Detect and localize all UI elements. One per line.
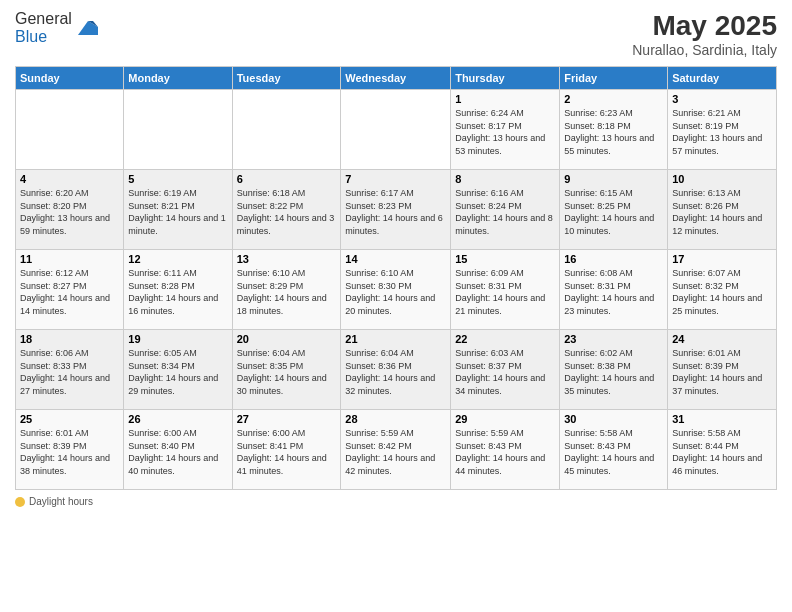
day-number: 29 bbox=[455, 413, 555, 425]
table-row: 6Sunrise: 6:18 AM Sunset: 8:22 PM Daylig… bbox=[232, 170, 341, 250]
day-info: Sunrise: 6:12 AM Sunset: 8:27 PM Dayligh… bbox=[20, 267, 119, 317]
table-row: 27Sunrise: 6:00 AM Sunset: 8:41 PM Dayli… bbox=[232, 410, 341, 490]
day-info: Sunrise: 6:07 AM Sunset: 8:32 PM Dayligh… bbox=[672, 267, 772, 317]
calendar-week-row: 1Sunrise: 6:24 AM Sunset: 8:17 PM Daylig… bbox=[16, 90, 777, 170]
table-row: 2Sunrise: 6:23 AM Sunset: 8:18 PM Daylig… bbox=[560, 90, 668, 170]
day-number: 6 bbox=[237, 173, 337, 185]
day-info: Sunrise: 6:09 AM Sunset: 8:31 PM Dayligh… bbox=[455, 267, 555, 317]
day-info: Sunrise: 5:58 AM Sunset: 8:44 PM Dayligh… bbox=[672, 427, 772, 477]
calendar-week-row: 11Sunrise: 6:12 AM Sunset: 8:27 PM Dayli… bbox=[16, 250, 777, 330]
day-number: 27 bbox=[237, 413, 337, 425]
calendar-week-row: 18Sunrise: 6:06 AM Sunset: 8:33 PM Dayli… bbox=[16, 330, 777, 410]
day-number: 25 bbox=[20, 413, 119, 425]
table-row bbox=[124, 90, 232, 170]
day-number: 23 bbox=[564, 333, 663, 345]
table-row: 8Sunrise: 6:16 AM Sunset: 8:24 PM Daylig… bbox=[451, 170, 560, 250]
day-info: Sunrise: 6:21 AM Sunset: 8:19 PM Dayligh… bbox=[672, 107, 772, 157]
day-info: Sunrise: 5:58 AM Sunset: 8:43 PM Dayligh… bbox=[564, 427, 663, 477]
table-row: 23Sunrise: 6:02 AM Sunset: 8:38 PM Dayli… bbox=[560, 330, 668, 410]
table-row: 13Sunrise: 6:10 AM Sunset: 8:29 PM Dayli… bbox=[232, 250, 341, 330]
day-number: 31 bbox=[672, 413, 772, 425]
daylight-hours-label: Daylight hours bbox=[29, 496, 93, 507]
day-info: Sunrise: 6:15 AM Sunset: 8:25 PM Dayligh… bbox=[564, 187, 663, 237]
day-number: 5 bbox=[128, 173, 227, 185]
table-row: 20Sunrise: 6:04 AM Sunset: 8:35 PM Dayli… bbox=[232, 330, 341, 410]
day-number: 15 bbox=[455, 253, 555, 265]
col-wednesday: Wednesday bbox=[341, 67, 451, 90]
calendar-week-row: 4Sunrise: 6:20 AM Sunset: 8:20 PM Daylig… bbox=[16, 170, 777, 250]
day-number: 19 bbox=[128, 333, 227, 345]
day-number: 20 bbox=[237, 333, 337, 345]
day-info: Sunrise: 6:11 AM Sunset: 8:28 PM Dayligh… bbox=[128, 267, 227, 317]
table-row: 26Sunrise: 6:00 AM Sunset: 8:40 PM Dayli… bbox=[124, 410, 232, 490]
table-row: 24Sunrise: 6:01 AM Sunset: 8:39 PM Dayli… bbox=[668, 330, 777, 410]
day-info: Sunrise: 6:18 AM Sunset: 8:22 PM Dayligh… bbox=[237, 187, 337, 237]
day-number: 8 bbox=[455, 173, 555, 185]
day-info: Sunrise: 6:01 AM Sunset: 8:39 PM Dayligh… bbox=[20, 427, 119, 477]
day-info: Sunrise: 6:13 AM Sunset: 8:26 PM Dayligh… bbox=[672, 187, 772, 237]
day-info: Sunrise: 5:59 AM Sunset: 8:43 PM Dayligh… bbox=[455, 427, 555, 477]
calendar-week-row: 25Sunrise: 6:01 AM Sunset: 8:39 PM Dayli… bbox=[16, 410, 777, 490]
table-row: 15Sunrise: 6:09 AM Sunset: 8:31 PM Dayli… bbox=[451, 250, 560, 330]
table-row bbox=[232, 90, 341, 170]
table-row: 16Sunrise: 6:08 AM Sunset: 8:31 PM Dayli… bbox=[560, 250, 668, 330]
day-number: 22 bbox=[455, 333, 555, 345]
day-info: Sunrise: 6:17 AM Sunset: 8:23 PM Dayligh… bbox=[345, 187, 446, 237]
title-month: May 2025 bbox=[632, 10, 777, 42]
day-info: Sunrise: 6:05 AM Sunset: 8:34 PM Dayligh… bbox=[128, 347, 227, 397]
day-number: 9 bbox=[564, 173, 663, 185]
day-info: Sunrise: 6:00 AM Sunset: 8:40 PM Dayligh… bbox=[128, 427, 227, 477]
day-number: 17 bbox=[672, 253, 772, 265]
day-info: Sunrise: 5:59 AM Sunset: 8:42 PM Dayligh… bbox=[345, 427, 446, 477]
table-row bbox=[341, 90, 451, 170]
title-block: May 2025 Nurallao, Sardinia, Italy bbox=[632, 10, 777, 58]
col-friday: Friday bbox=[560, 67, 668, 90]
col-thursday: Thursday bbox=[451, 67, 560, 90]
day-number: 26 bbox=[128, 413, 227, 425]
table-row: 18Sunrise: 6:06 AM Sunset: 8:33 PM Dayli… bbox=[16, 330, 124, 410]
day-number: 24 bbox=[672, 333, 772, 345]
table-row: 31Sunrise: 5:58 AM Sunset: 8:44 PM Dayli… bbox=[668, 410, 777, 490]
day-info: Sunrise: 6:10 AM Sunset: 8:29 PM Dayligh… bbox=[237, 267, 337, 317]
day-info: Sunrise: 6:04 AM Sunset: 8:36 PM Dayligh… bbox=[345, 347, 446, 397]
day-info: Sunrise: 6:02 AM Sunset: 8:38 PM Dayligh… bbox=[564, 347, 663, 397]
table-row: 12Sunrise: 6:11 AM Sunset: 8:28 PM Dayli… bbox=[124, 250, 232, 330]
table-row: 25Sunrise: 6:01 AM Sunset: 8:39 PM Dayli… bbox=[16, 410, 124, 490]
table-row: 1Sunrise: 6:24 AM Sunset: 8:17 PM Daylig… bbox=[451, 90, 560, 170]
table-row: 4Sunrise: 6:20 AM Sunset: 8:20 PM Daylig… bbox=[16, 170, 124, 250]
svg-marker-0 bbox=[78, 21, 98, 35]
calendar-table: Sunday Monday Tuesday Wednesday Thursday… bbox=[15, 66, 777, 490]
day-info: Sunrise: 6:03 AM Sunset: 8:37 PM Dayligh… bbox=[455, 347, 555, 397]
table-row: 22Sunrise: 6:03 AM Sunset: 8:37 PM Dayli… bbox=[451, 330, 560, 410]
day-number: 4 bbox=[20, 173, 119, 185]
footer-daylight-item: Daylight hours bbox=[15, 496, 93, 507]
col-monday: Monday bbox=[124, 67, 232, 90]
day-info: Sunrise: 6:24 AM Sunset: 8:17 PM Dayligh… bbox=[455, 107, 555, 157]
logo-icon bbox=[74, 17, 98, 39]
day-number: 30 bbox=[564, 413, 663, 425]
table-row: 29Sunrise: 5:59 AM Sunset: 8:43 PM Dayli… bbox=[451, 410, 560, 490]
logo: General Blue bbox=[15, 10, 98, 46]
logo-general-text: General bbox=[15, 10, 72, 27]
title-location: Nurallao, Sardinia, Italy bbox=[632, 42, 777, 58]
day-number: 12 bbox=[128, 253, 227, 265]
page: General Blue May 2025 Nurallao, Sardinia… bbox=[0, 0, 792, 612]
calendar-header-row: Sunday Monday Tuesday Wednesday Thursday… bbox=[16, 67, 777, 90]
col-sunday: Sunday bbox=[16, 67, 124, 90]
day-number: 28 bbox=[345, 413, 446, 425]
footer: Daylight hours bbox=[15, 496, 777, 507]
day-info: Sunrise: 6:16 AM Sunset: 8:24 PM Dayligh… bbox=[455, 187, 555, 237]
day-number: 7 bbox=[345, 173, 446, 185]
table-row: 21Sunrise: 6:04 AM Sunset: 8:36 PM Dayli… bbox=[341, 330, 451, 410]
table-row bbox=[16, 90, 124, 170]
table-row: 9Sunrise: 6:15 AM Sunset: 8:25 PM Daylig… bbox=[560, 170, 668, 250]
day-number: 18 bbox=[20, 333, 119, 345]
day-number: 1 bbox=[455, 93, 555, 105]
day-info: Sunrise: 6:00 AM Sunset: 8:41 PM Dayligh… bbox=[237, 427, 337, 477]
day-number: 13 bbox=[237, 253, 337, 265]
daylight-dot bbox=[15, 497, 25, 507]
day-info: Sunrise: 6:08 AM Sunset: 8:31 PM Dayligh… bbox=[564, 267, 663, 317]
day-info: Sunrise: 6:19 AM Sunset: 8:21 PM Dayligh… bbox=[128, 187, 227, 237]
col-tuesday: Tuesday bbox=[232, 67, 341, 90]
table-row: 14Sunrise: 6:10 AM Sunset: 8:30 PM Dayli… bbox=[341, 250, 451, 330]
